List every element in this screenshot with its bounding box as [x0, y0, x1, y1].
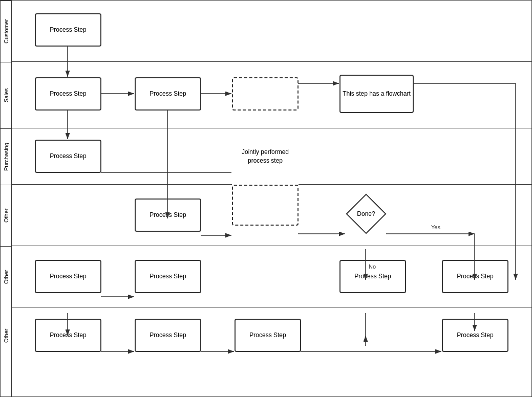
lanes-area: Process Step Process Step Process Step T… — [12, 1, 531, 396]
lane-sales: Process Step Process Step This step has … — [12, 62, 531, 128]
lane-label-other2: Other — [1, 246, 11, 307]
lane-other2: Process Step Process Step Process Step P… — [12, 246, 531, 307]
other3-process-box2: Process Step — [135, 319, 201, 352]
other1-process-box1: Process Step — [135, 198, 201, 232]
other2-process-box2: Process Step — [135, 260, 201, 293]
other3-process-box4: Process Step — [442, 319, 508, 352]
lane-label-customer: Customer — [1, 1, 11, 62]
sales-process-box2: Process Step — [135, 77, 201, 111]
jointly-label: Jointly performed process step — [232, 128, 299, 185]
sales-process-box1: Process Step — [35, 77, 101, 111]
lane-other1: Process Step Done? — [12, 185, 531, 246]
lane-other3: Process Step Process Step Process Step P… — [12, 307, 531, 364]
lane-purchasing: Process Step Jointly performed process s… — [12, 128, 531, 185]
lane-customer: Process Step — [12, 1, 531, 62]
lane-labels: Customer Sales Purchasing Other Other Ot… — [1, 1, 12, 396]
lane-label-other3: Other — [1, 307, 11, 364]
sales-process-box3: This step has a flowchart — [339, 75, 414, 113]
other3-process-box3: Process Step — [235, 319, 301, 352]
diagram-container: Customer Sales Purchasing Other Other Ot… — [0, 0, 532, 397]
other2-process-box4: Process Step — [442, 260, 508, 293]
other2-process-box1: Process Step — [35, 260, 101, 293]
sales-jointly-box — [232, 77, 299, 111]
other3-process-box1: Process Step — [35, 319, 101, 352]
lane-label-sales: Sales — [1, 62, 11, 128]
other2-process-box3: Process Step — [339, 260, 406, 293]
purchasing-process-box1: Process Step — [35, 140, 101, 173]
other1-jointly-box — [232, 185, 299, 226]
lane-label-other1: Other — [1, 185, 11, 246]
lane-label-purchasing: Purchasing — [1, 128, 11, 185]
customer-process-box: Process Step — [35, 13, 101, 47]
done-label: Done? — [346, 198, 387, 229]
done-diamond: Done? — [346, 198, 387, 229]
